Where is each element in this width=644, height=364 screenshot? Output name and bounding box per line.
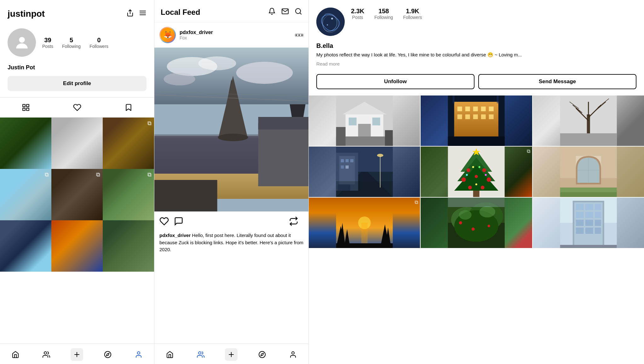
post-more-button[interactable]: [295, 34, 303, 37]
search-icon-button[interactable]: [295, 8, 302, 17]
right-grid-cell-1[interactable]: [309, 95, 420, 146]
send-message-button[interactable]: Send Message: [478, 74, 636, 89]
left-username: justinpot: [8, 9, 45, 19]
grid-cell-9[interactable]: [103, 220, 154, 272]
bookmark-icon: [124, 103, 133, 112]
grid-cell-8[interactable]: [51, 220, 103, 272]
tab-bookmarks[interactable]: [103, 100, 154, 115]
menu-icon-button[interactable]: [139, 9, 147, 19]
svg-point-94: [377, 154, 383, 157]
tab-grid[interactable]: [0, 100, 51, 115]
right-posts-stat: 2.3K Posts: [351, 8, 364, 20]
svg-marker-36: [258, 117, 309, 130]
right-following-stat: 158 Following: [374, 8, 393, 20]
svg-point-106: [481, 186, 485, 189]
svg-rect-92: [336, 181, 393, 197]
svg-rect-89: [341, 165, 344, 169]
right-grid-cell-5[interactable]: ⧉: [421, 147, 532, 197]
followers-count: 0: [97, 37, 101, 44]
mail-icon-button[interactable]: [281, 8, 289, 17]
heart-icon: [73, 103, 81, 112]
nav-home[interactable]: [0, 348, 31, 361]
right-photo-8: [421, 198, 532, 248]
right-grid-cell-9[interactable]: [533, 198, 644, 248]
svg-point-20: [198, 56, 236, 70]
right-photo-4: [309, 147, 420, 197]
svg-rect-72: [560, 133, 617, 146]
grid-cell-7[interactable]: [0, 220, 51, 272]
svg-rect-151: [585, 220, 593, 226]
middle-nav-plus[interactable]: [216, 348, 247, 361]
like-button[interactable]: [159, 217, 169, 228]
feed-title: Local Feed: [161, 8, 200, 17]
svg-rect-50: [349, 118, 357, 125]
svg-rect-152: [595, 220, 601, 226]
right-grid-cell-7[interactable]: ⧉: [309, 198, 420, 248]
svg-rect-61: [481, 107, 486, 111]
nav-people[interactable]: [31, 348, 62, 361]
right-photo-1: [309, 95, 420, 146]
post-username: pdxfox_driver: [180, 30, 295, 35]
unfollow-button[interactable]: Unfollow: [316, 74, 474, 89]
grid-cell-3[interactable]: ⧉: [103, 118, 154, 169]
right-posts-count: 2.3K: [351, 8, 364, 15]
svg-rect-35: [154, 180, 217, 211]
repost-button[interactable]: [289, 217, 298, 228]
right-grid-cell-2[interactable]: [421, 95, 532, 146]
hamburger-icon: [139, 9, 147, 17]
nav-plus[interactable]: [62, 348, 93, 361]
heart-action-icon: [159, 217, 169, 226]
grid-cell-2[interactable]: [51, 118, 103, 169]
tab-likes[interactable]: [51, 100, 103, 115]
svg-point-44: [331, 18, 333, 20]
svg-rect-65: [473, 114, 478, 119]
photo-grid: ⧉ ⧉ ⧉ ⧉: [0, 118, 154, 344]
middle-nav-profile[interactable]: [278, 348, 308, 361]
home-icon: [166, 351, 174, 358]
avatar-placeholder-icon: [13, 34, 31, 51]
svg-marker-41: [261, 353, 263, 356]
edit-profile-button[interactable]: Edit profile: [8, 76, 147, 91]
multi-photo-icon: ⧉: [45, 171, 49, 178]
svg-point-138: [472, 228, 475, 231]
comment-button[interactable]: [174, 217, 183, 228]
notification-icon-button[interactable]: [268, 8, 276, 17]
svg-rect-8: [26, 108, 29, 111]
middle-nav-people[interactable]: [185, 348, 216, 361]
plus-icon: [73, 351, 81, 358]
post-avatar-art: 🦊: [160, 28, 175, 42]
post-user-info: pdxfox_driver Fox: [176, 30, 295, 40]
following-count: 5: [70, 37, 73, 44]
right-posts-label: Posts: [352, 15, 363, 20]
grid-cell-6[interactable]: ⧉: [103, 169, 154, 220]
post-item: 🦊 pdxfox_driver Fox: [154, 22, 308, 344]
nav-profile[interactable]: [123, 348, 154, 361]
middle-nav-explore[interactable]: [247, 348, 278, 361]
right-grid-cell-6[interactable]: [533, 147, 644, 197]
right-grid-cell-8[interactable]: [421, 198, 532, 248]
middle-nav-home[interactable]: [154, 348, 185, 361]
right-panel: 2.3K Posts 158 Following 1.9K Followers …: [309, 0, 644, 364]
svg-point-104: [475, 175, 478, 178]
grid-cell-1[interactable]: [0, 118, 51, 169]
read-more-button[interactable]: Read more: [309, 60, 644, 72]
svg-rect-69: [453, 95, 455, 103]
share-icon-button[interactable]: [126, 9, 134, 19]
post-header: 🦊 pdxfox_driver Fox: [154, 22, 308, 48]
post-image: [154, 48, 308, 211]
grid-row-3: [0, 220, 154, 272]
grid-cell-4[interactable]: ⧉: [0, 169, 51, 220]
right-following-count: 158: [378, 8, 389, 15]
svg-rect-154: [585, 228, 593, 234]
right-grid-cell-4[interactable]: [309, 147, 420, 197]
svg-point-12: [105, 351, 111, 358]
right-grid-cell-3[interactable]: [533, 95, 644, 146]
svg-rect-5: [23, 104, 25, 107]
grid-cell-5[interactable]: ⧉: [51, 169, 103, 220]
left-header: justinpot: [0, 0, 154, 25]
content-tabs: [0, 97, 154, 118]
bell-icon: [268, 8, 276, 15]
svg-point-22: [164, 73, 195, 85]
svg-rect-88: [350, 159, 354, 162]
nav-explore[interactable]: [92, 348, 123, 361]
